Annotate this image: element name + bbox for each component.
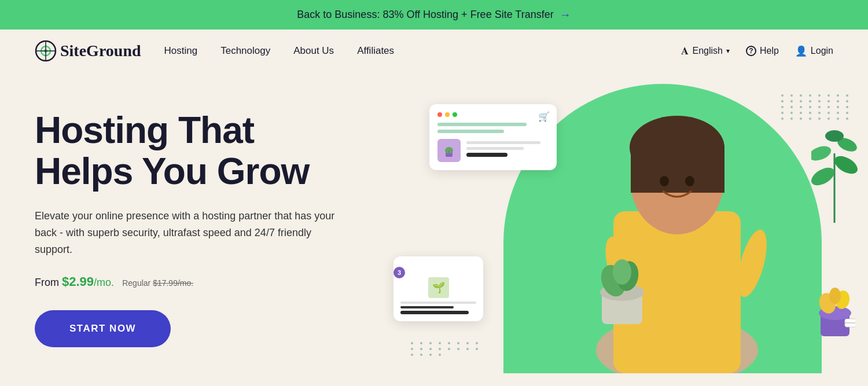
browser-mockup-card: 🛒 xyxy=(429,104,557,170)
start-now-button[interactable]: START NOW xyxy=(35,310,171,347)
browser-content xyxy=(437,139,549,162)
dots-pattern-bottom xyxy=(411,342,481,356)
small-plant-icon: 🌱 xyxy=(428,277,449,298)
hero-subtitle: Elevate your online presence with a host… xyxy=(35,208,336,258)
help-label: Help xyxy=(760,46,779,56)
svg-rect-12 xyxy=(631,146,724,193)
promo-banner[interactable]: Back to Business: 83% Off Hosting + Free… xyxy=(0,0,868,30)
banner-arrow: → xyxy=(560,8,571,21)
language-selector[interactable]: 𝐀 English ▾ xyxy=(681,45,729,57)
nav-link-affiliates[interactable]: Affiliates xyxy=(357,45,394,57)
hero-content: Hosting That Helps You Grow Elevate your… xyxy=(35,110,336,347)
browser-dots xyxy=(437,112,549,117)
svg-point-14 xyxy=(685,176,694,186)
main-nav: SiteGround Hosting Technology About Us A… xyxy=(0,30,868,72)
price-value: $2.99/mo. xyxy=(62,274,117,289)
card-button xyxy=(400,311,469,314)
small-product-card: 3 🌱 xyxy=(393,256,483,321)
user-icon: 👤 xyxy=(795,45,807,57)
card-line-dark xyxy=(400,306,454,308)
svg-point-13 xyxy=(660,176,669,186)
price-prefix: From xyxy=(35,277,62,288)
nav-links: Hosting Technology About Us Affiliates xyxy=(164,45,682,57)
language-label: English xyxy=(692,46,722,56)
hero-section: Hosting That Helps You Grow Elevate your… xyxy=(0,72,868,373)
notification-badge: 3 xyxy=(393,267,405,278)
original-price: $17.99/mo. xyxy=(153,278,193,288)
browser-line xyxy=(437,123,527,126)
help-link[interactable]: ? Help xyxy=(746,46,779,56)
product-details xyxy=(466,141,549,160)
nav-link-about-us[interactable]: About Us xyxy=(293,45,334,57)
browser-line xyxy=(437,130,504,133)
login-label: Login xyxy=(811,46,833,56)
svg-point-21 xyxy=(613,259,631,285)
banner-text: Back to Business: 83% Off Hosting + Free… xyxy=(297,9,553,21)
logo-icon xyxy=(35,40,57,62)
cart-icon: 🛒 xyxy=(538,111,550,122)
purple-pot-icon xyxy=(815,287,855,339)
svg-point-24 xyxy=(832,153,858,178)
person-svg xyxy=(561,84,793,373)
svg-point-27 xyxy=(825,130,844,142)
svg-point-23 xyxy=(811,164,837,189)
decorative-plant-right xyxy=(811,119,858,225)
nav-link-hosting[interactable]: Hosting xyxy=(164,45,198,57)
nav-link-technology[interactable]: Technology xyxy=(220,45,270,57)
purple-pot-decoration xyxy=(815,287,855,341)
hero-person-image xyxy=(556,72,799,373)
card-line xyxy=(400,302,476,304)
logo[interactable]: SiteGround xyxy=(35,40,141,62)
nav-right: 𝐀 English ▾ ? Help 👤 Login xyxy=(681,45,833,57)
hero-visual: 🛒 xyxy=(393,72,868,373)
plant-icon xyxy=(441,142,457,159)
help-icon: ? xyxy=(746,46,756,56)
product-image xyxy=(437,139,461,162)
login-link[interactable]: 👤 Login xyxy=(795,45,833,57)
hero-pricing: From $2.99/mo. Regular $17.99/mo. xyxy=(35,274,336,289)
svg-point-32 xyxy=(829,288,841,304)
hero-title: Hosting That Helps You Grow xyxy=(35,110,336,192)
price-regular: Regular $17.99/mo. xyxy=(122,278,193,288)
tall-plant-icon xyxy=(811,119,858,223)
logo-wordmark: SiteGround xyxy=(60,42,141,60)
translate-icon: 𝐀 xyxy=(681,45,689,57)
svg-point-25 xyxy=(811,144,833,163)
chevron-down-icon: ▾ xyxy=(726,47,730,55)
